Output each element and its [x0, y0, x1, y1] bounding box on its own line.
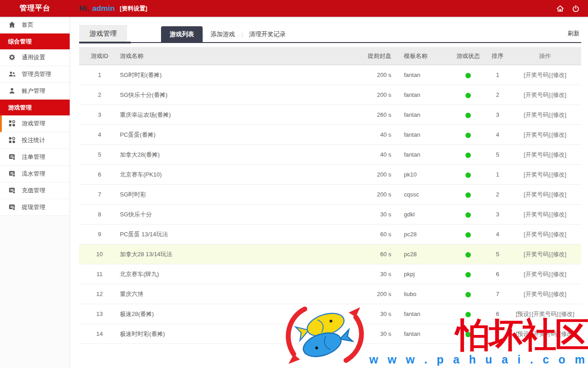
watermark-url: w w w . p a h u a i . c o m — [370, 353, 588, 366]
profile-settings-link[interactable]: [资料设置] — [120, 5, 147, 13]
op-link-1[interactable]: [修改] — [551, 291, 566, 297]
game-name-cell: 重庆幸运农场(番摊) — [120, 111, 346, 119]
tab-1[interactable]: 添加游戏 — [204, 26, 241, 42]
template-name-cell: fantan — [391, 151, 450, 158]
op-link-0[interactable]: [开奖号码] — [524, 291, 550, 297]
status-on-dot — [465, 292, 471, 297]
op-link-0[interactable]: [开奖号码] — [524, 171, 550, 178]
close-time-cell: 200 s — [346, 291, 391, 297]
sidebar-item-2[interactable]: 通用设置 — [0, 49, 70, 66]
op-link-1[interactable]: [修改] — [551, 72, 566, 78]
op-link-1[interactable]: [修改] — [551, 91, 566, 98]
user-info: Hi, admin [资料设置] — [79, 4, 147, 13]
op-link-0[interactable]: [开奖号码] — [524, 91, 550, 98]
op-link-0[interactable]: [开奖号码] — [524, 191, 550, 198]
game-status-cell — [450, 191, 486, 198]
sort-order-cell: 7 — [486, 291, 509, 297]
op-link-1[interactable]: [修改] — [551, 231, 566, 238]
status-on-dot — [465, 252, 471, 258]
op-link-1[interactable]: [修改] — [551, 271, 566, 277]
op-link-1[interactable]: [修改] — [551, 111, 566, 118]
tab-2[interactable]: 清理开奖记录 — [243, 26, 292, 42]
refresh-link[interactable]: 刷新 — [568, 29, 581, 42]
template-name-cell: liubo — [391, 291, 450, 297]
sidebar-item-11[interactable]: 提现管理 — [0, 199, 70, 216]
sidebar-item-7[interactable]: 投注统计 — [0, 132, 70, 149]
sidebar-item-4[interactable]: 账户管理 — [0, 83, 70, 100]
op-link-0[interactable]: [开奖号码] — [524, 211, 550, 218]
home-icon — [9, 21, 16, 29]
op-link-0[interactable]: [开奖号码] — [524, 271, 550, 277]
table-row: 5加拿大28(番摊)40 sfantan5[开奖号码][修改] — [79, 145, 581, 165]
game-id-cell: 9 — [79, 231, 120, 238]
op-link-1[interactable]: [修改] — [551, 171, 566, 178]
tab-bar: 游戏管理 游戏列表|添加游戏|清理开奖记录 刷新 — [79, 25, 581, 43]
watermark: 怕坏社区 w w w . p a h u a i . c o m — [280, 302, 588, 368]
sidebar-item-0[interactable]: 首页 — [0, 17, 70, 33]
game-status-cell — [450, 72, 486, 78]
sort-order-cell: 5 — [486, 251, 509, 258]
op-link-1[interactable]: [修改] — [551, 211, 566, 218]
op-link-1[interactable]: [修改] — [551, 191, 566, 198]
game-name-cell: SG时时彩 — [120, 191, 346, 199]
game-status-cell — [450, 211, 486, 218]
column-header-5: 排序 — [486, 52, 509, 60]
home-icon[interactable] — [556, 4, 564, 13]
sort-order-cell: 4 — [486, 131, 509, 138]
status-on-dot — [465, 192, 471, 198]
op-link-0[interactable]: [开奖号码] — [524, 72, 550, 78]
game-id-cell: 1 — [79, 72, 120, 78]
op-link-0[interactable]: [开奖号码] — [524, 151, 550, 158]
status-on-dot — [465, 73, 471, 78]
operations-cell: [开奖号码][修改] — [509, 71, 581, 79]
operations-cell: [开奖号码][修改] — [509, 111, 581, 119]
op-link-1[interactable]: [修改] — [551, 151, 566, 158]
op-link-1[interactable]: [修改] — [551, 131, 566, 138]
gear-icon — [9, 54, 16, 61]
sort-order-cell: 2 — [486, 191, 509, 198]
close-time-cell: 40 s — [346, 131, 391, 138]
table-row: 11北京赛车(牌九)30 spkpj6[开奖号码][修改] — [79, 264, 581, 284]
template-name-cell: fantan — [391, 91, 450, 98]
template-name-cell: cqssc — [391, 191, 450, 198]
sidebar-item-6[interactable]: 游戏管理 — [0, 115, 70, 132]
sidebar-item-3[interactable]: 管理员管理 — [0, 66, 70, 83]
game-id-cell: 8 — [79, 211, 120, 218]
topbar: 管理平台 Hi, admin [资料设置] — [0, 0, 588, 17]
sidebar-item-9[interactable]: 流水管理 — [0, 166, 70, 182]
sidebar-empty-area — [0, 216, 70, 365]
sidebar-item-8[interactable]: 注单管理 — [0, 149, 70, 166]
sidebar-section-5: 游戏管理 — [0, 100, 70, 115]
status-on-dot — [465, 272, 471, 277]
column-header-4: 游戏状态 — [450, 52, 486, 60]
game-name-cell: 加拿大28(番摊) — [120, 151, 346, 159]
game-id-cell: 5 — [79, 151, 120, 158]
power-icon[interactable] — [572, 5, 580, 13]
op-link-0[interactable]: [开奖号码] — [524, 231, 550, 238]
game-id-cell: 12 — [79, 291, 120, 297]
game-name-cell: PC蛋蛋 13/14玩法 — [120, 230, 346, 239]
tab-0[interactable]: 游戏列表 — [161, 26, 203, 42]
sort-order-cell: 3 — [486, 211, 509, 218]
sort-order-cell: 1 — [486, 171, 509, 178]
sidebar-item-label: 通用设置 — [22, 53, 45, 62]
game-status-cell — [450, 131, 486, 138]
game-id-cell: 3 — [79, 111, 120, 118]
op-link-1[interactable]: [修改] — [551, 251, 566, 258]
op-link-0[interactable]: [开奖号码] — [524, 251, 550, 258]
close-time-cell: 200 s — [346, 171, 391, 178]
game-status-cell — [450, 91, 486, 98]
status-on-dot — [465, 93, 471, 98]
op-link-0[interactable]: [开奖号码] — [524, 131, 550, 138]
close-time-cell: 260 s — [346, 111, 391, 118]
sidebar-item-10[interactable]: 充值管理 — [0, 182, 70, 199]
sort-order-cell: 1 — [486, 72, 509, 78]
close-time-cell: 60 s — [346, 231, 391, 238]
table-row: 1SG时时彩(番摊)200 sfantan1[开奖号码][修改] — [79, 65, 581, 85]
status-on-dot — [465, 212, 471, 218]
op-link-0[interactable]: [开奖号码] — [524, 111, 550, 118]
game-id-cell: 13 — [79, 311, 120, 317]
operations-cell: [开奖号码][修改] — [509, 191, 581, 199]
page-title-tab[interactable]: 游戏管理 — [79, 25, 127, 42]
game-status-cell — [450, 171, 486, 178]
